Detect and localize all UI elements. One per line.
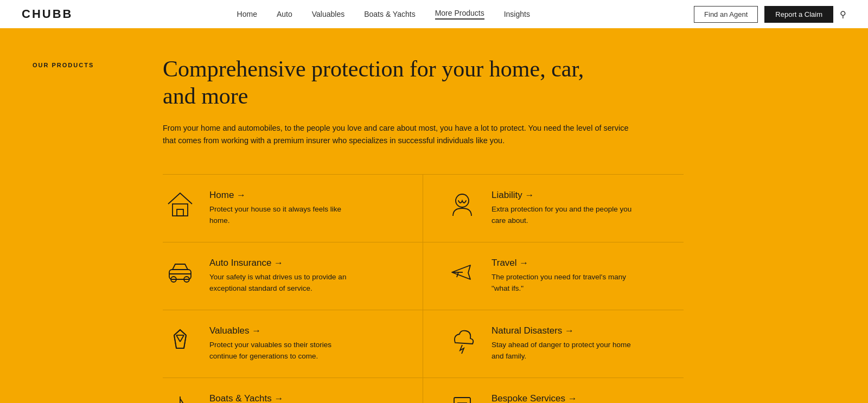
product-desc-travel: The protection you need for travel's man… <box>492 272 638 295</box>
product-desc-home: Protect your house so it always feels li… <box>209 204 356 227</box>
product-item-boats: Boats & Yachts → Get seaworthy coverages… <box>163 378 423 403</box>
travel-icon <box>445 258 480 287</box>
product-item-liability: Liability → Extra protection for you and… <box>423 174 684 242</box>
svg-rect-0 <box>173 204 188 216</box>
product-desc-auto: Your safety is what drives us to provide… <box>209 272 356 295</box>
header-actions: Find an Agent Report a Claim ⚲ <box>694 6 846 23</box>
product-item-valuables: Valuables → Protect your valuables so th… <box>163 310 423 378</box>
main-nav: Home Auto Valuables Boats & Yachts More … <box>237 9 530 20</box>
product-title-liability[interactable]: Liability → <box>492 190 638 201</box>
find-agent-button[interactable]: Find an Agent <box>694 6 758 23</box>
product-item-travel: Travel → The protection you need for tra… <box>423 242 684 310</box>
nav-home[interactable]: Home <box>237 10 257 18</box>
svg-rect-16 <box>454 398 470 403</box>
intro-text: From your home and automobiles, to the p… <box>163 122 640 147</box>
product-title-valuables[interactable]: Valuables → <box>209 325 356 336</box>
svg-rect-1 <box>177 209 183 216</box>
search-icon[interactable]: ⚲ <box>840 9 846 20</box>
product-title-bespoke[interactable]: Bespoke Services → <box>492 393 638 403</box>
product-title-auto[interactable]: Auto Insurance → <box>209 258 356 268</box>
nav-more-products[interactable]: More Products <box>435 9 484 20</box>
logo: CHUBB <box>22 7 73 21</box>
products-grid: Home → Protect your house so it always f… <box>163 174 684 403</box>
product-item-bespoke: Bespoke Services → A level of service ta… <box>423 378 684 403</box>
auto-icon <box>163 258 197 287</box>
nav-boats-yachts[interactable]: Boats & Yachts <box>364 10 415 18</box>
boats-icon <box>163 393 197 403</box>
svg-line-12 <box>184 335 186 348</box>
sidebar: OUR PRODUCTS <box>33 55 152 403</box>
content-area: Comprehensive protection for your home, … <box>152 55 835 403</box>
nav-insights[interactable]: Insights <box>504 10 530 18</box>
sidebar-label: OUR PRODUCTS <box>33 62 94 68</box>
natural-disasters-icon <box>445 325 480 355</box>
bespoke-icon <box>445 393 480 403</box>
product-desc-natural-disasters: Stay ahead of danger to protect your hom… <box>492 340 638 362</box>
product-item-natural-disasters: Natural Disasters → Stay ahead of danger… <box>423 310 684 378</box>
svg-line-11 <box>174 335 176 348</box>
product-title-travel[interactable]: Travel → <box>492 258 638 268</box>
product-desc-valuables: Protect your valuables so their stories … <box>209 340 356 362</box>
svg-line-14 <box>180 335 184 342</box>
valuables-icon <box>163 325 197 355</box>
liability-icon <box>445 190 480 219</box>
report-claim-button[interactable]: Report a Claim <box>764 6 833 23</box>
header: CHUBB Home Auto Valuables Boats & Yachts… <box>0 0 868 28</box>
product-desc-liability: Extra protection for you and the people … <box>492 204 638 227</box>
nav-auto[interactable]: Auto <box>277 10 292 18</box>
product-item-home: Home → Protect your house so it always f… <box>163 174 423 242</box>
svg-rect-3 <box>169 270 191 279</box>
product-title-natural-disasters[interactable]: Natural Disasters → <box>492 325 638 336</box>
product-item-auto: Auto Insurance → Your safety is what dri… <box>163 242 423 310</box>
page-headline: Comprehensive protection for your home, … <box>163 55 586 110</box>
home-icon <box>163 190 197 219</box>
svg-line-13 <box>176 335 180 342</box>
product-title-boats[interactable]: Boats & Yachts → <box>209 393 356 403</box>
product-title-home[interactable]: Home → <box>209 190 356 201</box>
main-content: OUR PRODUCTS Comprehensive protection fo… <box>0 28 868 403</box>
nav-valuables[interactable]: Valuables <box>312 10 344 18</box>
